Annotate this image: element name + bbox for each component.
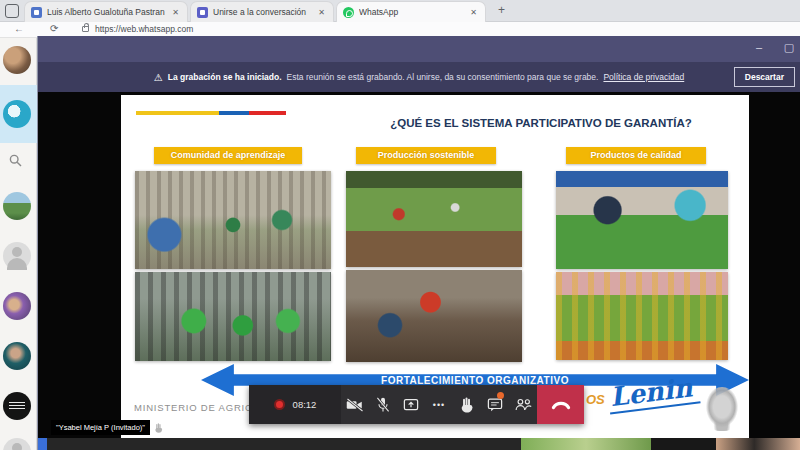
video-thumbnail	[651, 438, 716, 450]
participant-name-overlay: "Ysabel Mejía P (Invitado)"	[51, 420, 164, 435]
participant-video-strip	[38, 438, 800, 450]
recording-banner: ⚠ La grabación se ha iniciado. Esta reun…	[38, 62, 800, 92]
raised-hand-status-icon	[154, 423, 164, 433]
tab-label: Unirse a la conversación	[213, 7, 311, 17]
photo-vegetable-field	[346, 171, 522, 267]
tab-search-icon[interactable]	[5, 4, 19, 18]
raise-hand-icon	[461, 397, 474, 413]
close-icon[interactable]: ✕	[468, 8, 479, 17]
chat-notification-badge	[497, 392, 504, 399]
meeting-stage: ¿QUÉ ES EL SISTEMA PARTICIPATIVO DE GARA…	[38, 92, 800, 450]
more-options-icon: •••	[433, 400, 445, 410]
slide-title: ¿QUÉ ES EL SISTEMA PARTICIPATIVO DE GARA…	[346, 117, 736, 129]
mic-off-icon	[376, 397, 390, 413]
privacy-policy-link[interactable]: Política de privacidad	[603, 72, 684, 82]
label-comunidad-aprendizaje: Comunidad de aprendizaje	[154, 147, 302, 164]
chat-button[interactable]	[481, 385, 509, 424]
new-tab-button[interactable]: +	[494, 3, 509, 18]
share-screen-button[interactable]	[397, 385, 425, 424]
camera-off-icon	[346, 398, 364, 412]
chat-avatar[interactable]	[3, 192, 31, 220]
tab-label: Luis Alberto Gualotuña Pastran	[47, 7, 165, 17]
banner-title: La grabación se ha iniciado.	[168, 72, 282, 82]
teams-meeting-window: – ▢ ⚠ La grabación se ha iniciado. Esta …	[37, 36, 800, 450]
browser-tab-bar: Luis Alberto Gualotuña Pastran ✕ Unirse …	[0, 0, 800, 22]
back-icon[interactable]: ←	[14, 23, 24, 34]
lock-icon	[82, 26, 89, 32]
close-icon[interactable]: ✕	[316, 8, 327, 17]
photo-market-produce	[556, 171, 728, 269]
url-field[interactable]: https://web.whatsapp.com	[95, 24, 193, 34]
banner-body: Esta reunión se está grabando. Al unirse…	[287, 72, 599, 82]
recording-indicator-icon	[274, 399, 285, 410]
minimize-button[interactable]: –	[750, 41, 768, 53]
photo-column-production	[346, 171, 522, 362]
tab-whatsapp[interactable]: WhatsApp ✕	[336, 1, 486, 22]
chat-avatar-placeholder[interactable]	[3, 438, 31, 450]
window-title-bar: – ▢	[38, 36, 800, 62]
recording-timer: 08:12	[249, 385, 341, 424]
chat-icon	[487, 398, 503, 412]
chat-item-selected[interactable]	[0, 85, 37, 143]
chat-avatar	[3, 100, 31, 128]
participants-button[interactable]	[509, 385, 537, 424]
chat-avatar[interactable]	[3, 342, 31, 370]
photo-column-products	[556, 171, 728, 360]
video-thumbnail	[38, 438, 47, 450]
tab-label: WhatsApp	[359, 7, 463, 17]
chat-avatar[interactable]	[3, 46, 31, 74]
chat-avatar-placeholder[interactable]	[3, 242, 31, 270]
screen: Luis Alberto Gualotuña Pastran ✕ Unirse …	[0, 0, 800, 450]
ministry-footer-text: MINISTERIO DE AGRICU	[134, 402, 260, 413]
share-screen-icon	[403, 398, 419, 412]
warning-icon: ⚠	[154, 72, 163, 83]
participants-icon	[515, 398, 532, 411]
mic-off-button[interactable]	[369, 385, 397, 424]
raise-hand-button[interactable]	[453, 385, 481, 424]
slogan-fragment: OS	[586, 392, 605, 407]
maximize-button[interactable]: ▢	[780, 41, 798, 54]
whatsapp-chat-list-strip	[0, 38, 37, 450]
label-produccion-sostenible: Producción sostenible	[356, 147, 496, 164]
photo-column-community	[135, 171, 331, 361]
photo-graduates-green-vests	[135, 272, 331, 361]
hangup-icon	[551, 400, 571, 410]
chat-avatar[interactable]	[3, 392, 31, 420]
camera-off-button[interactable]	[341, 385, 369, 424]
more-options-button[interactable]: •••	[425, 385, 453, 424]
refresh-icon[interactable]: ⟳	[50, 23, 58, 34]
flag-accent-line	[136, 111, 286, 115]
video-thumbnail	[47, 438, 521, 450]
photo-produce-baskets	[556, 272, 728, 360]
teams-calendar-icon	[31, 7, 42, 18]
video-thumbnail	[716, 438, 800, 450]
dismiss-button[interactable]: Descartar	[734, 67, 795, 87]
meeting-timer: 08:12	[293, 399, 317, 410]
close-icon[interactable]: ✕	[170, 8, 181, 17]
participant-name: "Ysabel Mejía P (Invitado)"	[51, 420, 150, 435]
arrow-label: FORTALECIMIENTO ORGANIZATIVO	[381, 375, 569, 386]
video-thumbnail	[521, 438, 651, 450]
tab-teams-calendar[interactable]: Luis Alberto Gualotuña Pastran ✕	[24, 1, 188, 22]
ecuador-coat-of-arms	[703, 387, 741, 431]
photo-community-group	[135, 171, 331, 269]
chat-avatar[interactable]	[3, 292, 31, 320]
hangup-button[interactable]	[537, 385, 584, 424]
call-control-bar: 08:12	[249, 385, 584, 424]
search-icon[interactable]	[9, 154, 22, 167]
whatsapp-icon	[343, 7, 354, 18]
tab-teams-join[interactable]: Unirse a la conversación ✕	[190, 1, 334, 22]
teams-icon	[197, 7, 208, 18]
photo-compost-work	[346, 270, 522, 362]
label-productos-calidad: Productos de calidad	[566, 147, 706, 164]
